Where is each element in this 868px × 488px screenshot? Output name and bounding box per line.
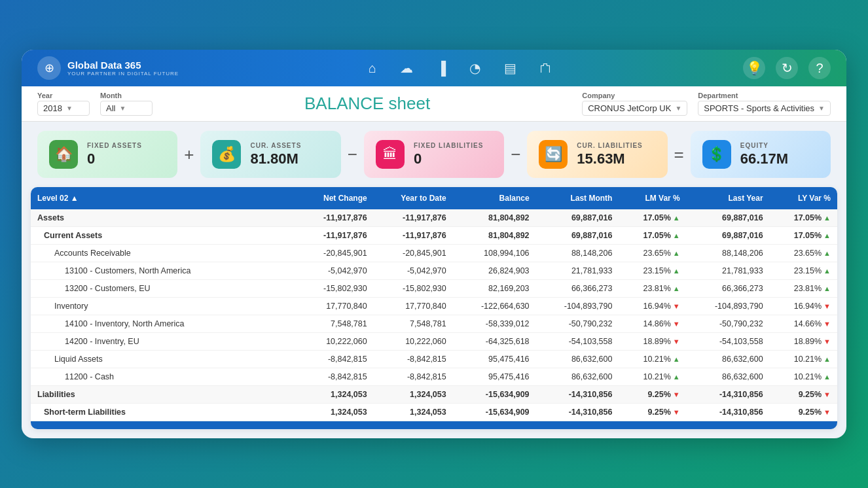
- op-equals: =: [672, 145, 687, 165]
- row-net-change: 1,324,053: [297, 386, 373, 404]
- row-lm-var: 16.94% ▼: [619, 298, 686, 315]
- row-balance: 81,804,892: [453, 227, 536, 245]
- table-row: Accounts Receivable -20,845,901 -20,845,…: [31, 245, 837, 262]
- row-lm-var: 14.86% ▼: [619, 315, 686, 333]
- row-net-change: -11,917,876: [297, 227, 373, 245]
- row-label: Liabilities: [31, 386, 297, 404]
- col-last-year: Last Year: [687, 187, 770, 209]
- row-lm-var: 9.25% ▼: [619, 386, 686, 404]
- row-last-year: 86,632,600: [687, 351, 770, 368]
- table-row: Assets -11,917,876 -11,917,876 81,804,89…: [31, 209, 837, 227]
- row-ytd: -8,842,815: [374, 368, 453, 386]
- total-last-month: 55,576,160: [536, 421, 619, 430]
- company-select[interactable]: CRONUS JetCorp UK ▼: [582, 101, 687, 116]
- title-light: sheet: [384, 94, 430, 113]
- row-lm-var: 10.21% ▲: [619, 368, 686, 386]
- row-balance: -15,634,909: [453, 386, 536, 404]
- row-ly-var: 23.81% ▲: [770, 280, 837, 298]
- logo-icon: ⊕: [37, 56, 61, 80]
- year-select[interactable]: 2018 ▼: [37, 101, 90, 116]
- row-balance: -64,325,618: [453, 333, 536, 351]
- table-row: Short-term Liabilities 1,324,053 1,324,0…: [31, 404, 837, 421]
- page-title-text: BALANCE sheet: [304, 94, 430, 113]
- row-last-month: 86,632,600: [536, 368, 619, 386]
- table-scroll[interactable]: Level 02 ▲ Net Change Year to Date Balan…: [31, 187, 837, 429]
- row-balance: -122,664,630: [453, 298, 536, 315]
- row-label: 13200 - Customers, EU: [31, 280, 297, 298]
- home-icon[interactable]: ⌂: [369, 61, 376, 76]
- bank-icon[interactable]: ⛫: [540, 61, 553, 76]
- kpi-equity-icon: 💲: [702, 140, 731, 169]
- row-balance: 81,804,892: [453, 209, 536, 227]
- row-last-year: 21,781,933: [687, 262, 770, 280]
- kpi-cur-assets-content: CUR. ASSETS 81.80M: [250, 142, 301, 167]
- row-last-year: -50,790,232: [687, 315, 770, 333]
- document-icon[interactable]: ▤: [504, 60, 516, 76]
- row-ytd: -5,042,970: [374, 262, 453, 280]
- title-bold: BALANCE: [304, 94, 384, 113]
- total-row: Total -10,593,823 -10,593,823 66,169,983…: [31, 421, 837, 430]
- bulb-icon[interactable]: 💡: [743, 57, 765, 79]
- row-net-change: -5,042,970: [297, 262, 373, 280]
- op-minus2: −: [508, 145, 523, 165]
- logo-text: Global Data 365 YOUR PARTNER IN DIGITAL …: [67, 60, 179, 77]
- row-last-year: 69,887,016: [687, 227, 770, 245]
- month-select[interactable]: All ▼: [100, 101, 153, 116]
- row-net-change: -11,917,876: [297, 209, 373, 227]
- table-row: Inventory 17,770,840 17,770,840 -122,664…: [31, 298, 837, 315]
- row-net-change: -15,802,930: [297, 280, 373, 298]
- row-ytd: -11,917,876: [374, 209, 453, 227]
- company-filter: Company CRONUS JetCorp UK ▼: [582, 92, 687, 116]
- kpi-fixed-liab: 🏛 FIXED LIABILITIES 0: [364, 131, 504, 178]
- row-last-month: 69,887,016: [536, 227, 619, 245]
- balance-table: Level 02 ▲ Net Change Year to Date Balan…: [31, 187, 837, 429]
- kpi-equity-label: EQUITY: [740, 142, 788, 149]
- table-row: 13200 - Customers, EU -15,802,930 -15,80…: [31, 280, 837, 298]
- row-net-change: -8,842,815: [297, 351, 373, 368]
- row-label: Liquid Assets: [31, 351, 297, 368]
- year-arrow-icon: ▼: [66, 105, 73, 112]
- row-lm-var: 9.25% ▼: [619, 404, 686, 421]
- row-last-year: 66,366,273: [687, 280, 770, 298]
- row-ly-var: 17.05% ▲: [770, 209, 837, 227]
- row-last-year: -14,310,856: [687, 386, 770, 404]
- row-label: 14200 - Inventry, EU: [31, 333, 297, 351]
- month-value: All: [106, 103, 115, 113]
- row-lm-var: 23.65% ▲: [619, 245, 686, 262]
- row-last-month: 88,148,206: [536, 245, 619, 262]
- row-balance: 95,475,416: [453, 351, 536, 368]
- table-row: 13100 - Customers, North America -5,042,…: [31, 262, 837, 280]
- header: ⊕ Global Data 365 YOUR PARTNER IN DIGITA…: [22, 50, 846, 86]
- help-icon[interactable]: ?: [808, 57, 831, 79]
- kpi-cur-liab: 🔄 CUR. LIABILITIES 15.63M: [527, 131, 667, 178]
- month-filter: Month All ▼: [100, 92, 153, 116]
- row-ly-var: 10.21% ▲: [770, 368, 837, 386]
- row-label: 13100 - Customers, North America: [31, 262, 297, 280]
- kpi-cur-assets-value: 81.80M: [250, 150, 301, 167]
- pie-chart-icon[interactable]: ◔: [469, 60, 480, 76]
- kpi-cur-assets-label: CUR. ASSETS: [250, 142, 301, 149]
- logo-area: ⊕ Global Data 365 YOUR PARTNER IN DIGITA…: [37, 56, 179, 80]
- row-last-month: 86,632,600: [536, 351, 619, 368]
- department-label: Department: [698, 92, 831, 99]
- main-container: ⊕ Global Data 365 YOUR PARTNER IN DIGITA…: [22, 50, 846, 438]
- col-ly-var: LY Var %: [770, 187, 837, 209]
- row-ytd: -15,802,930: [374, 280, 453, 298]
- kpi-cur-liab-value: 15.63M: [577, 150, 642, 167]
- year-value: 2018: [43, 103, 62, 113]
- row-last-month: -14,310,856: [536, 404, 619, 421]
- row-ytd: 17,770,840: [374, 298, 453, 315]
- kpi-cur-liab-content: CUR. LIABILITIES 15.63M: [577, 142, 642, 167]
- bar-chart-icon[interactable]: ▐: [437, 61, 446, 76]
- refresh-icon[interactable]: ↻: [776, 57, 798, 79]
- kpi-fixed-assets-value: 0: [87, 150, 142, 167]
- table-row: Current Assets -11,917,876 -11,917,876 8…: [31, 227, 837, 245]
- department-select[interactable]: SPORTS - Sports & Activities ▼: [698, 101, 831, 116]
- kpi-fixed-liab-value: 0: [414, 150, 483, 167]
- cloud-icon[interactable]: ☁: [400, 60, 413, 76]
- row-ytd: 1,324,053: [374, 386, 453, 404]
- total-net-change: -10,593,823: [297, 421, 373, 430]
- row-lm-var: 23.81% ▲: [619, 280, 686, 298]
- row-ly-var: 18.89% ▼: [770, 333, 837, 351]
- company-label: Company: [582, 92, 687, 99]
